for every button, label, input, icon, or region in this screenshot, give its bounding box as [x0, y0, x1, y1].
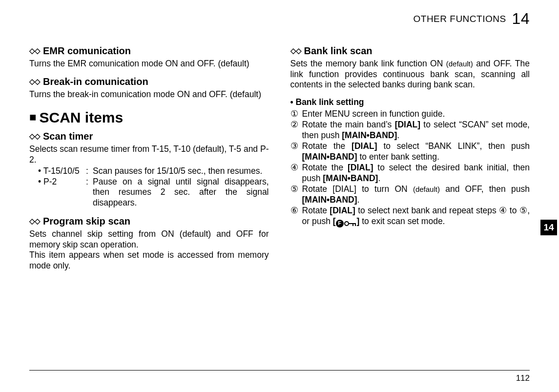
- progskip-body2: This item appears when set mode is acces…: [29, 250, 269, 271]
- step-4: ④ Rotate the [DIAL] to select the desire…: [290, 162, 530, 184]
- page-header: OTHER FUNCTIONS 14: [29, 10, 530, 28]
- breakin-body: Turns the break-in comunication mode ON …: [29, 89, 269, 100]
- t: [MAIN•BAND]: [342, 130, 397, 140]
- scan-section-text: SCAN items: [40, 109, 124, 125]
- step-2: ② Rotate the main band’s [DIAL] to selec…: [290, 119, 530, 141]
- step-6: ⑥ Rotate [DIAL] to select next bank and …: [290, 205, 530, 227]
- banklink-sub-heading: • Bank link setting: [290, 97, 530, 107]
- step-text: Rotate [DIAL] to turn ON (default) and O…: [302, 184, 530, 205]
- t: Rotate the: [302, 141, 352, 151]
- step-text: Enter MENU screen in function guide.: [302, 108, 530, 119]
- t: to exit scan set mode.: [359, 216, 445, 226]
- banklink-body-pre: Sets the memory bank link function ON: [290, 59, 446, 68]
- step-5: ⑤ Rotate [DIAL] to turn ON (default) and…: [290, 184, 530, 205]
- scantimer-item-label: • P-2: [29, 177, 86, 208]
- banklink-body-default: (default): [446, 60, 473, 68]
- key-icon: [344, 220, 357, 227]
- banklink-heading: ◇◇Bank link scan: [290, 45, 530, 57]
- t: [MAIN•BAND]: [323, 173, 378, 183]
- emr-heading-text: EMR comunication: [43, 45, 131, 56]
- t: to select “BANK LINK”, then push: [377, 141, 530, 151]
- scantimer-item: • T-15/10/5 : Scan pauses for 15/10/5 se…: [29, 166, 269, 177]
- t: [DIAL]: [395, 120, 420, 129]
- right-column: ◇◇Bank link scan Sets the memory bank li…: [290, 45, 530, 278]
- diamond-icon: ◇◇: [29, 77, 40, 85]
- t: Rotate the: [302, 163, 348, 172]
- t: .: [378, 173, 380, 183]
- scan-section-title: ■SCAN items: [29, 109, 269, 126]
- t: [DIAL]: [352, 141, 377, 151]
- scantimer-intro: Selects scan resume timer from T-15, T-1…: [29, 144, 269, 165]
- emr-body: Turns the EMR comunication mode ON and O…: [29, 59, 269, 69]
- scantimer-item-desc: Scan pauses for 15/10/5 sec., then resum…: [93, 166, 269, 177]
- step-number-icon: ⑥: [290, 205, 302, 227]
- t: Rotate the main band’s: [302, 120, 395, 129]
- step-number-icon: ③: [290, 141, 302, 162]
- scantimer-item: • P-2 : Pause on a signal until signal d…: [29, 177, 269, 208]
- scantimer-item-label: • T-15/10/5: [29, 166, 86, 177]
- header-chapter-number: 14: [512, 10, 530, 27]
- step-text: Rotate [DIAL] to select next bank and re…: [302, 205, 530, 227]
- t: .: [357, 195, 360, 205]
- step-text: Rotate the [DIAL] to select the desired …: [302, 162, 530, 184]
- diamond-icon: ◇◇: [29, 46, 40, 55]
- t: Rotate [DIAL] to turn ON: [302, 184, 413, 194]
- t: Rotate: [302, 206, 330, 215]
- scantimer-heading-text: Scan timer: [43, 131, 93, 142]
- t: [DIAL]: [348, 163, 373, 172]
- step-3: ③ Rotate the [DIAL] to select “BANK LINK…: [290, 141, 530, 162]
- manual-page: OTHER FUNCTIONS 14 ◇◇EMR comunication Tu…: [0, 0, 559, 392]
- t: [MAIN•BAND]: [302, 152, 357, 162]
- content-columns: ◇◇EMR comunication Turns the EMR comunic…: [29, 45, 530, 278]
- step-number-icon: ②: [290, 119, 302, 141]
- banklink-body: Sets the memory bank link function ON (d…: [290, 59, 530, 90]
- diamond-icon: ◇◇: [290, 46, 301, 55]
- page-number: 112: [516, 373, 530, 383]
- scantimer-list: • T-15/10/5 : Scan pauses for 15/10/5 se…: [29, 166, 269, 208]
- step-number-icon: ⑤: [290, 184, 302, 205]
- t: (default): [413, 185, 440, 193]
- step-1: ① Enter MENU screen in function guide.: [290, 108, 530, 119]
- diamond-icon: ◇◇: [29, 132, 40, 140]
- square-icon: ■: [29, 110, 37, 124]
- left-column: ◇◇EMR comunication Turns the EMR comunic…: [29, 45, 269, 278]
- emr-heading: ◇◇EMR comunication: [29, 45, 269, 57]
- t: [DIAL]: [330, 206, 355, 215]
- t: [MAIN•BAND]: [302, 195, 357, 205]
- f-circle-icon: F: [336, 220, 344, 227]
- diamond-icon: ◇◇: [29, 217, 40, 225]
- banklink-heading-text: Bank link scan: [304, 45, 373, 56]
- side-tab-chapter: 14: [540, 220, 557, 235]
- scantimer-item-desc: Pause on a signal until signal disappear…: [93, 177, 269, 208]
- t: to enter bank setting.: [357, 152, 439, 162]
- breakin-heading: ◇◇Break-in comunication: [29, 76, 269, 87]
- colon: :: [86, 166, 93, 177]
- scantimer-heading: ◇◇Scan timer: [29, 131, 269, 142]
- t: .: [397, 130, 399, 140]
- step-text: Rotate the [DIAL] to select “BANK LINK”,…: [302, 141, 530, 162]
- progskip-heading-text: Program skip scan: [43, 216, 130, 227]
- progskip-heading: ◇◇Program skip scan: [29, 216, 269, 227]
- svg-point-0: [345, 222, 349, 226]
- progskip-body1: Sets channel skip setting from ON (defau…: [29, 229, 269, 250]
- t: and OFF, then push: [440, 184, 530, 194]
- f-key-icon: F: [336, 220, 357, 227]
- breakin-heading-text: Break-in comunication: [43, 76, 148, 87]
- step-number-icon: ④: [290, 162, 302, 184]
- step-number-icon: ①: [290, 108, 302, 119]
- footer-divider: [29, 370, 530, 371]
- header-section: OTHER FUNCTIONS: [414, 14, 506, 24]
- step-text: Rotate the main band’s [DIAL] to select …: [302, 119, 530, 141]
- colon: :: [86, 177, 93, 208]
